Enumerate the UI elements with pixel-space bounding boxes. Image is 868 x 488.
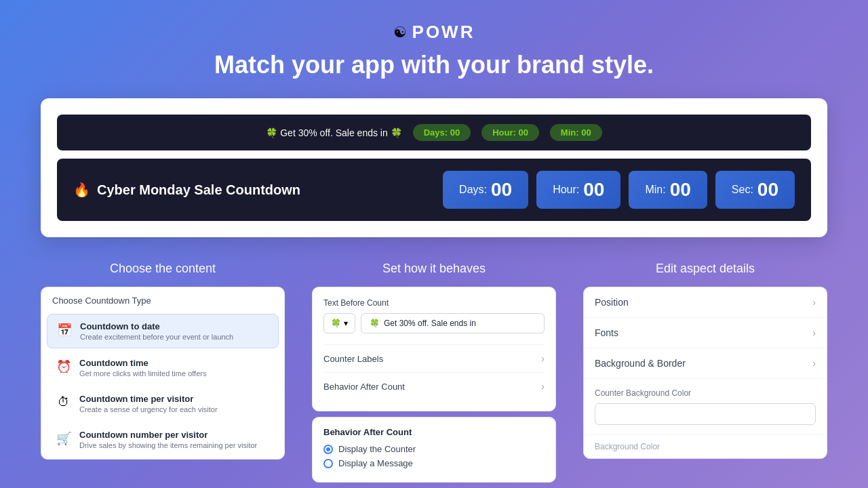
chevron-right-icon: › bbox=[541, 353, 545, 364]
bar2-title-text: Cyber Monday Sale Countdown bbox=[97, 182, 300, 198]
main-container: 🍀 Get 30% off. Sale ends in 🍀 Days: 00 H… bbox=[41, 98, 827, 237]
dropdown-arrow: ▾ bbox=[344, 319, 348, 328]
counter-bg-color-input[interactable] bbox=[595, 403, 816, 425]
counter-labels-row[interactable]: Counter Labels › bbox=[323, 344, 545, 372]
item-title: Countdown time per visitor bbox=[79, 394, 218, 404]
countdown-blocks: Days: 00 Hour: 00 Min: 00 Sec: 00 bbox=[311, 171, 795, 209]
chevron-right-icon: › bbox=[541, 381, 545, 392]
display-message-option[interactable]: Display a Message bbox=[323, 458, 545, 468]
text-input-row: 🍀 ▾ 🍀 Get 30% off. Sale ends in bbox=[323, 313, 545, 333]
display-counter-option[interactable]: Display the Counter bbox=[323, 444, 545, 454]
display-message-radio[interactable] bbox=[323, 459, 333, 468]
chevron-right-icon: › bbox=[812, 297, 816, 308]
position-row[interactable]: Position › bbox=[584, 287, 827, 318]
counter-bg-color-section: Counter Background Color bbox=[584, 379, 827, 434]
days-label: Days: bbox=[459, 184, 487, 196]
aspect-column-title: Edit aspect details bbox=[583, 262, 827, 276]
bar1-text: 🍀 Get 30% off. Sale ends in 🍀 bbox=[266, 127, 401, 138]
hour-num: 00 bbox=[583, 179, 604, 201]
behavior-column-title: Set how it behaves bbox=[312, 262, 556, 276]
text-emoji: 🍀 bbox=[370, 319, 380, 328]
bar1-min: Min: 00 bbox=[550, 124, 602, 141]
item-title: Countdown number per visitor bbox=[79, 430, 257, 440]
item-content: Countdown time per visitor Create a sens… bbox=[79, 394, 218, 413]
display-message-label: Display a Message bbox=[338, 458, 413, 468]
min-block: Min: 00 bbox=[629, 171, 707, 209]
aspect-column: Edit aspect details Position › Fonts › B… bbox=[583, 262, 827, 483]
item-desc: Create excitement before your event or l… bbox=[80, 333, 233, 341]
countdown-to-date-item[interactable]: 📅 Countdown to date Create excitement be… bbox=[47, 314, 279, 348]
behavior-column: Set how it behaves Text Before Count 🍀 ▾… bbox=[312, 262, 556, 483]
hour-block: Hour: 00 bbox=[536, 171, 620, 209]
text-before-count-input[interactable]: 🍀 Get 30% off. Sale ends in bbox=[361, 313, 545, 333]
item-desc: Create a sense of urgency for each visit… bbox=[79, 405, 218, 413]
sec-num: 00 bbox=[757, 179, 778, 201]
fire-icon: 🔥 bbox=[73, 182, 90, 198]
item-content: Countdown time Get more clicks with limi… bbox=[79, 358, 206, 378]
sec-label: Sec: bbox=[732, 184, 753, 196]
item-desc: Drive sales by showing the items remaini… bbox=[79, 441, 257, 449]
counter-bg-color-label: Counter Background Color bbox=[595, 388, 816, 398]
counter-labels-label: Counter Labels bbox=[323, 354, 383, 364]
content-column: Choose the content Choose Countdown Type… bbox=[41, 262, 285, 483]
fonts-label: Fonts bbox=[595, 327, 618, 338]
stopwatch-icon: ⏱ bbox=[56, 395, 71, 409]
display-counter-radio[interactable] bbox=[323, 445, 333, 454]
countdown-bar-2: 🔥 Cyber Monday Sale Countdown Days: 00 H… bbox=[57, 159, 811, 221]
logo-icon: ☯ bbox=[393, 24, 407, 41]
logo-container: ☯ POWR bbox=[0, 22, 868, 43]
item-title: Countdown to date bbox=[80, 321, 233, 331]
text-before-count-label: Text Before Count bbox=[323, 298, 545, 308]
page-title: Match your app with your brand style. bbox=[0, 51, 868, 79]
days-block: Days: 00 bbox=[443, 171, 528, 209]
countdown-time-per-visitor-item[interactable]: ⏱ Countdown time per visitor Create a se… bbox=[47, 387, 279, 420]
countdown-type-panel: Choose Countdown Type 📅 Countdown to dat… bbox=[41, 287, 285, 460]
cart-icon: 🛒 bbox=[56, 431, 71, 446]
sec-block: Sec: 00 bbox=[715, 171, 795, 209]
bg-color-row: Background Color bbox=[584, 434, 827, 458]
alarm-icon: ⏰ bbox=[56, 359, 71, 374]
hour-label: Hour: bbox=[553, 184, 579, 196]
bg-color-label: Background Color bbox=[595, 442, 816, 451]
min-label: Min: bbox=[645, 184, 665, 196]
panel-header: Choose Countdown Type bbox=[41, 287, 284, 311]
countdown-time-item[interactable]: ⏰ Countdown time Get more clicks with li… bbox=[47, 351, 279, 384]
bar2-title: 🔥 Cyber Monday Sale Countdown bbox=[73, 182, 300, 198]
behavior-after-count-row[interactable]: Behavior After Count › bbox=[323, 372, 545, 400]
behavior-after-count-label: Behavior After Count bbox=[323, 382, 405, 392]
emoji-dropdown[interactable]: 🍀 ▾ bbox=[323, 313, 355, 333]
bottom-section: Choose the content Choose Countdown Type… bbox=[41, 262, 827, 483]
chevron-right-icon: › bbox=[812, 358, 816, 369]
item-desc: Get more clicks with limited time offers bbox=[79, 369, 206, 378]
content-column-title: Choose the content bbox=[41, 262, 285, 276]
fonts-row[interactable]: Fonts › bbox=[584, 318, 827, 348]
aspect-panel: Position › Fonts › Background & Border ›… bbox=[583, 287, 827, 459]
item-content: Countdown number per visitor Drive sales… bbox=[79, 430, 257, 449]
bar1-hour: Hour: 00 bbox=[481, 124, 539, 141]
item-content: Countdown to date Create excitement befo… bbox=[80, 321, 233, 341]
bar1-days: Days: 00 bbox=[413, 124, 471, 141]
bg-border-label: Background & Border bbox=[595, 358, 686, 369]
display-counter-label: Display the Counter bbox=[338, 444, 416, 454]
behavior-expanded-panel: Behavior After Count Display the Counter… bbox=[312, 417, 556, 483]
behavior-expanded-title: Behavior After Count bbox=[323, 427, 545, 437]
item-title: Countdown time bbox=[79, 358, 206, 368]
bg-border-row[interactable]: Background & Border › bbox=[584, 348, 827, 379]
chevron-right-icon: › bbox=[812, 327, 816, 338]
calendar-icon: 📅 bbox=[57, 323, 72, 338]
countdown-number-per-visitor-item[interactable]: 🛒 Countdown number per visitor Drive sal… bbox=[47, 423, 279, 456]
logo-text: POWR bbox=[412, 22, 475, 43]
header: ☯ POWR Match your app with your brand st… bbox=[0, 0, 868, 98]
days-num: 00 bbox=[491, 179, 512, 201]
min-num: 00 bbox=[670, 179, 691, 201]
behavior-panel: Text Before Count 🍀 ▾ 🍀 Get 30% off. Sal… bbox=[312, 287, 556, 411]
position-label: Position bbox=[595, 297, 629, 308]
countdown-bar-1: 🍀 Get 30% off. Sale ends in 🍀 Days: 00 H… bbox=[57, 115, 811, 150]
text-content: Get 30% off. Sale ends in bbox=[384, 319, 476, 328]
